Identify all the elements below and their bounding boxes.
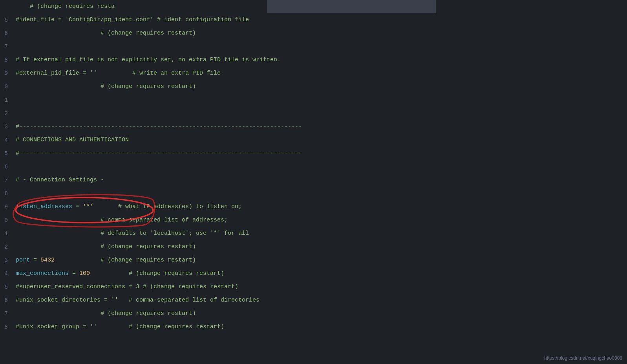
line-number: 1 (0, 93, 16, 107)
code-line: 6 (0, 160, 627, 174)
line-content: # (change requires restart) (16, 240, 196, 254)
code-line: 1 (0, 93, 627, 107)
code-line: 6 # (change requires restart) (0, 27, 627, 40)
line-number: 9 (0, 200, 16, 214)
highlight-bar (267, 0, 436, 13)
code-line: 6 #unix_socket_directories = '' # comma-… (0, 294, 627, 307)
code-line: 3 #-------------------------------------… (0, 120, 627, 134)
line-number: 6 (0, 27, 16, 40)
code-line: 9 #external_pid_file = '' # write an ext… (0, 67, 627, 80)
line-content: # (change requires restart) (16, 80, 196, 93)
code-line: 2 # (change requires restart) (0, 240, 627, 254)
line-content: #superuser_reserved_connections = 3 # (c… (16, 280, 238, 294)
line-content: #unix_socket_group = '' # (change requir… (16, 320, 224, 334)
line-number: 8 (0, 187, 16, 200)
line-number: 4 (0, 267, 16, 280)
line-number: 0 (0, 80, 16, 93)
line-number: 2 (0, 107, 16, 120)
line-content: #ident_file = 'ConfigDir/pg_ident.conf' … (16, 13, 249, 27)
line-number: 8 (0, 320, 16, 334)
line-content: max_connections = 100 # (change requires… (16, 267, 224, 280)
code-line: 5 #ident_file = 'ConfigDir/pg_ident.conf… (0, 13, 627, 27)
line-number: 7 (0, 307, 16, 320)
line-content: #---------------------------------------… (16, 147, 302, 160)
code-line: 4 # CONNECTIONS AND AUTHENTICATION (0, 134, 627, 147)
line-number: 9 (0, 67, 16, 80)
code-line: 0 # (change requires restart) (0, 80, 627, 93)
code-line: 2 (0, 107, 627, 120)
line-number: 7 (0, 174, 16, 187)
line-content: #---------------------------------------… (16, 120, 302, 134)
line-content: # CONNECTIONS AND AUTHENTICATION (16, 134, 129, 147)
code-line: 8 #unix_socket_group = '' # (change requ… (0, 320, 627, 334)
line-content: # (change requires resta (16, 0, 115, 13)
listen-addresses-line: 9 listen_addresses = '*' # what IP addre… (0, 200, 627, 214)
line-content: # comma-separated list of addresses; (16, 214, 228, 227)
line-number: 0 (0, 214, 16, 227)
line-content: # (change requires restart) (16, 27, 196, 40)
watermark: https://blog.csdn.net/xuqingchao0808 (544, 355, 622, 361)
line-number: 1 (0, 227, 16, 240)
line-number: 3 (0, 254, 16, 267)
code-line: 8 # If external_pid_file is not explicit… (0, 53, 627, 67)
code-line: 0 # comma-separated list of addresses; (0, 214, 627, 227)
code-line: 8 (0, 187, 627, 200)
line-number: 6 (0, 160, 16, 174)
code-line: 7 # - Connection Settings - (0, 174, 627, 187)
line-number: 4 (0, 134, 16, 147)
code-editor: # (change requires resta 5 #ident_file =… (0, 0, 627, 334)
line-content: port = 5432 # (change requires restart) (16, 254, 196, 267)
line-number: 2 (0, 240, 16, 254)
line-number: 7 (0, 40, 16, 53)
code-line: 7 # (change requires restart) (0, 307, 627, 320)
line-number: 5 (0, 13, 16, 27)
code-line: 3 port = 5432 # (change requires restart… (0, 254, 627, 267)
code-line: 4 max_connections = 100 # (change requir… (0, 267, 627, 280)
code-line: 5 #superuser_reserved_connections = 3 # … (0, 280, 627, 294)
line-content: listen_addresses = '*' # what IP address… (16, 200, 242, 214)
line-number: 8 (0, 53, 16, 67)
line-number: 5 (0, 147, 16, 160)
line-content: #unix_socket_directories = '' # comma-se… (16, 294, 260, 307)
line-number: 3 (0, 120, 16, 134)
code-line: 7 (0, 40, 627, 53)
line-number: 5 (0, 280, 16, 294)
line-number: 6 (0, 294, 16, 307)
line-content: # (change requires restart) (16, 307, 196, 320)
code-line: 1 # defaults to 'localhost'; use '*' for… (0, 227, 627, 240)
line-content: # - Connection Settings - (16, 174, 104, 187)
code-line: 5 #-------------------------------------… (0, 147, 627, 160)
line-content: # defaults to 'localhost'; use '*' for a… (16, 227, 249, 240)
line-content: #external_pid_file = '' # write an extra… (16, 67, 221, 80)
line-content: # If external_pid_file is not explicitly… (16, 53, 281, 67)
